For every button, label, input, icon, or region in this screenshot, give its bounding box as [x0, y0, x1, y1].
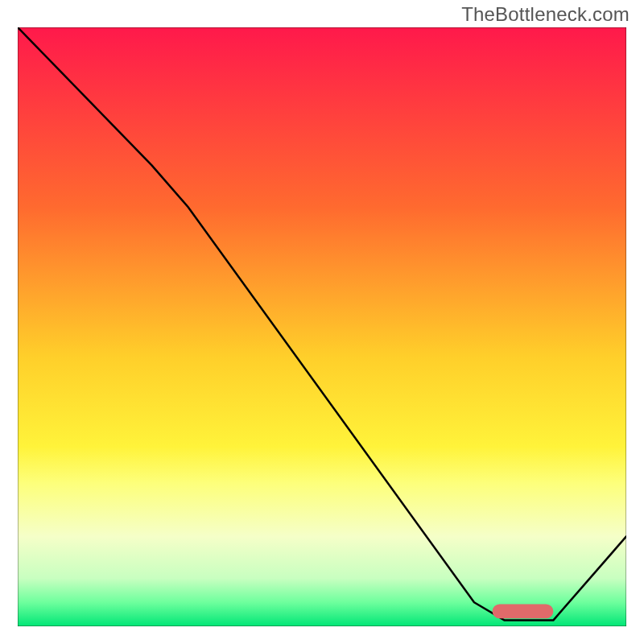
watermark-text: TheBottleneck.com: [461, 3, 630, 26]
optimal-marker: [493, 604, 554, 618]
gradient-fill: [18, 27, 626, 626]
plot-area: [18, 27, 626, 626]
chart-frame: TheBottleneck.com: [0, 0, 644, 644]
bottleneck-chart: [18, 27, 626, 626]
